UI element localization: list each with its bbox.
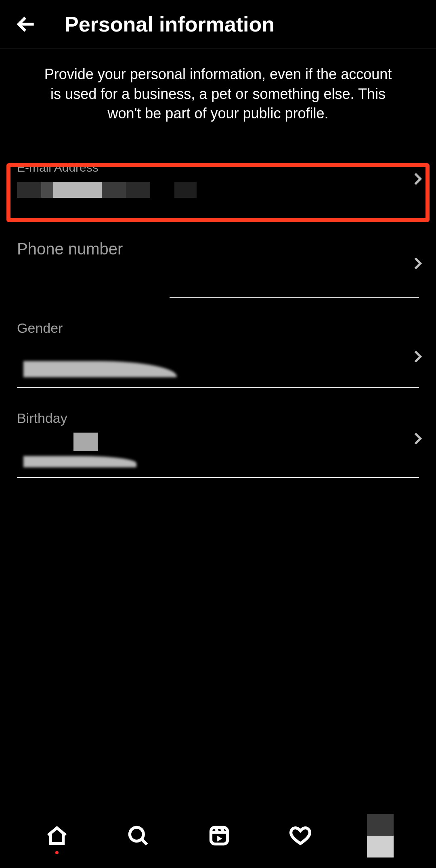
search-icon — [126, 824, 150, 847]
redacted-birthday — [73, 433, 98, 451]
description-block: Provide your personal information, even … — [0, 48, 436, 146]
row-email[interactable]: E-mail Address — [0, 149, 436, 209]
redacted-email — [17, 182, 197, 198]
nav-profile[interactable] — [367, 814, 394, 857]
chevron-right-icon — [409, 170, 426, 188]
redacted-gender — [23, 361, 177, 377]
svg-point-0 — [130, 827, 143, 841]
row-gender[interactable]: Gender — [0, 310, 436, 388]
bottom-nav — [0, 803, 436, 868]
row-gender-underline — [17, 387, 419, 388]
row-birthday-value — [17, 429, 419, 466]
row-birthday-underline — [17, 477, 419, 478]
row-birthday[interactable]: Birthday — [0, 400, 436, 478]
row-phone-underline — [170, 297, 419, 298]
page-title: Personal information — [40, 12, 424, 36]
row-gender-value — [17, 339, 419, 376]
header: Personal information — [0, 0, 436, 48]
arrow-left-icon — [15, 13, 38, 36]
row-email-value — [17, 178, 419, 197]
chevron-right-icon — [409, 430, 426, 448]
nav-activity[interactable] — [286, 821, 315, 850]
chevron-right-icon — [409, 348, 426, 366]
back-button[interactable] — [12, 10, 40, 38]
svg-rect-1 — [211, 827, 227, 844]
row-phone-value — [17, 261, 419, 290]
home-icon — [45, 824, 69, 847]
nav-home[interactable] — [42, 821, 71, 850]
heart-icon — [289, 824, 312, 847]
chevron-right-icon — [409, 254, 426, 272]
nav-reels[interactable] — [205, 821, 234, 850]
redacted-birthday-2 — [23, 456, 136, 467]
settings-list: E-mail Address Phone number — [0, 146, 436, 868]
nav-search[interactable] — [124, 821, 153, 850]
reels-icon — [208, 824, 231, 847]
description-text: Provide your personal information, even … — [40, 65, 396, 124]
profile-avatar — [367, 814, 394, 857]
row-phone[interactable]: Phone number — [0, 229, 436, 298]
nav-home-indicator — [55, 851, 59, 854]
